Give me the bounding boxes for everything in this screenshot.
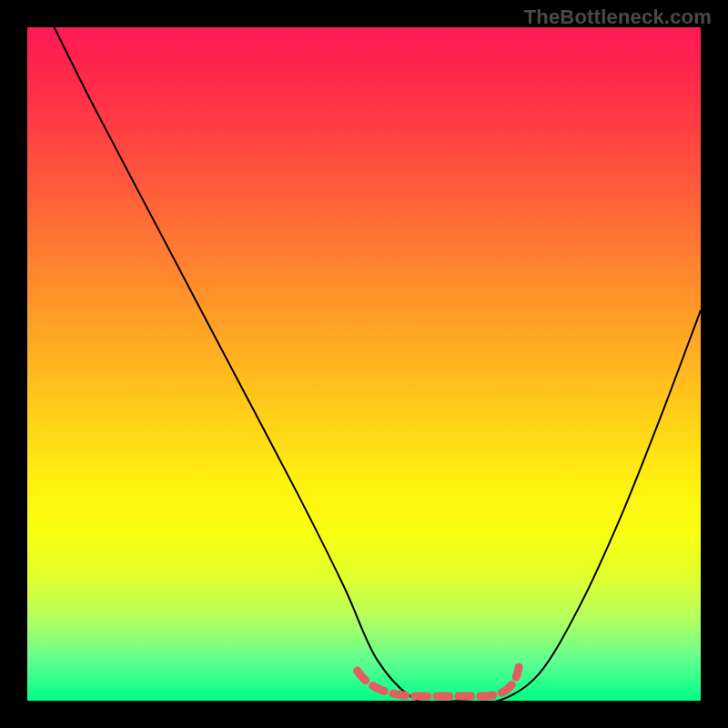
chart-container: TheBottleneck.com	[0, 0, 728, 728]
watermark-text: TheBottleneck.com	[524, 5, 712, 29]
bottleneck-curve	[55, 27, 701, 703]
valley-highlight	[358, 667, 520, 696]
curve-svg	[27, 27, 701, 701]
plot-area	[27, 27, 701, 701]
